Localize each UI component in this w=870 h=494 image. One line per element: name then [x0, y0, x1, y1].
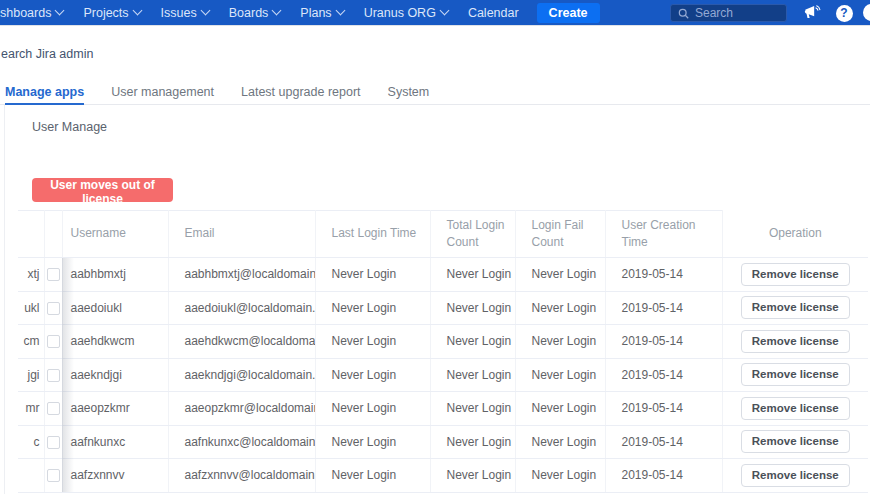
remove-license-button[interactable]: Remove license: [741, 263, 850, 286]
section-title: User Manage: [32, 120, 107, 134]
row-checkbox[interactable]: [47, 302, 60, 315]
row-checkbox[interactable]: [47, 402, 60, 415]
row-checkbox[interactable]: [47, 268, 60, 281]
username-cell: aaehdkwcm: [62, 325, 168, 359]
clipped-username-cell: ukl: [18, 291, 44, 325]
announcement-button[interactable]: [802, 4, 822, 22]
nav-boards[interactable]: Boards: [219, 0, 291, 26]
total-login-count-cell: Never Login: [430, 358, 515, 392]
user-moves-out-of-license-button[interactable]: User moves out of license: [32, 178, 173, 202]
row-checkbox[interactable]: [47, 436, 60, 449]
nav-uranus-org-label: Uranus ORG: [364, 6, 436, 20]
search-input[interactable]: [695, 6, 775, 20]
user-table: Username Email Last Login Time Total Log…: [18, 210, 868, 493]
last-login-time-cell: Never Login: [315, 358, 430, 392]
email-cell: aafnkunxc@localdomain.c...: [168, 425, 315, 459]
header-login-fail-count: Login Fail Count: [515, 211, 605, 258]
header-last-login-time: Last Login Time: [315, 211, 430, 258]
email-cell: aaehdkwcm@localdomain...: [168, 325, 315, 359]
admin-tabs: Manage apps User management Latest upgra…: [5, 84, 429, 105]
search-box[interactable]: [670, 4, 787, 22]
total-login-count-cell: Never Login: [430, 258, 515, 292]
total-login-count-cell: Never Login: [430, 459, 515, 493]
nav-calendar-label: Calendar: [468, 6, 519, 20]
nav-dashboards[interactable]: shboards: [0, 0, 73, 26]
header-total-login-count: Total Login Count: [430, 211, 515, 258]
page-title: earch Jira admin: [1, 47, 93, 61]
chevron-down-icon: [132, 6, 142, 16]
remove-license-button[interactable]: Remove license: [741, 330, 850, 353]
avatar[interactable]: [863, 4, 870, 21]
select-cell: [44, 425, 62, 459]
login-fail-count-cell: Never Login: [515, 358, 605, 392]
clipped-username-cell: [18, 459, 44, 493]
nav-calendar[interactable]: Calendar: [458, 0, 529, 26]
create-button[interactable]: Create: [537, 3, 600, 23]
header-user-creation-time: User Creation Time: [605, 211, 722, 258]
table-row: uklaaedoiuklaaedoiukl@localdomain.c...Ne…: [18, 291, 868, 325]
email-cell: aaedoiukl@localdomain.c...: [168, 291, 315, 325]
remove-license-button[interactable]: Remove license: [741, 296, 850, 319]
nav-plans[interactable]: Plans: [290, 0, 353, 26]
operation-cell: Remove license: [722, 358, 868, 392]
select-cell: [44, 459, 62, 493]
select-cell: [44, 291, 62, 325]
user-creation-time-cell: 2019-05-14: [605, 459, 722, 493]
top-navbar: shboards Projects Issues Boards Plans Ur…: [0, 0, 870, 26]
jira-admin-page: shboards Projects Issues Boards Plans Ur…: [0, 0, 870, 494]
select-cell: [44, 358, 62, 392]
email-cell: aaekndjgi@localdomain.c...: [168, 358, 315, 392]
select-cell: [44, 258, 62, 292]
remove-license-button[interactable]: Remove license: [741, 430, 850, 453]
tab-user-management[interactable]: User management: [111, 84, 214, 105]
chevron-down-icon: [272, 6, 282, 16]
login-fail-count-cell: Never Login: [515, 325, 605, 359]
nav-projects-label: Projects: [83, 6, 128, 20]
clipped-username-cell: jgi: [18, 358, 44, 392]
header-select-column: [44, 211, 62, 258]
username-cell: aaekndjgi: [62, 358, 168, 392]
header-operation: Operation: [722, 211, 868, 258]
user-creation-time-cell: 2019-05-14: [605, 325, 722, 359]
tab-latest-upgrade-report[interactable]: Latest upgrade report: [241, 84, 361, 105]
nav-uranus-org[interactable]: Uranus ORG: [354, 0, 458, 26]
total-login-count-cell: Never Login: [430, 291, 515, 325]
remove-license-button[interactable]: Remove license: [741, 464, 850, 487]
select-cell: [44, 392, 62, 426]
login-fail-count-cell: Never Login: [515, 392, 605, 426]
username-cell: aaeopzkmr: [62, 392, 168, 426]
nav-issues-label: Issues: [161, 6, 197, 20]
remove-license-button[interactable]: Remove license: [741, 363, 850, 386]
last-login-time-cell: Never Login: [315, 425, 430, 459]
tab-manage-apps[interactable]: Manage apps: [5, 84, 84, 105]
nav-dashboards-label: shboards: [0, 6, 51, 20]
select-cell: [44, 325, 62, 359]
last-login-time-cell: Never Login: [315, 291, 430, 325]
tab-system[interactable]: System: [388, 84, 430, 105]
user-table-body: xtjaabhbmxtjaabhbmxtj@localdomain.c...Ne…: [18, 258, 868, 493]
clipped-username-cell: cm: [18, 325, 44, 359]
row-checkbox[interactable]: [47, 469, 60, 482]
header-email: Email: [168, 211, 315, 258]
user-creation-time-cell: 2019-05-14: [605, 425, 722, 459]
header-username: Username: [62, 211, 168, 258]
user-creation-time-cell: 2019-05-14: [605, 291, 722, 325]
help-button[interactable]: ?: [834, 4, 854, 22]
search-icon: [678, 8, 689, 19]
table-row: xtjaabhbmxtjaabhbmxtj@localdomain.c...Ne…: [18, 258, 868, 292]
row-checkbox[interactable]: [47, 369, 60, 382]
user-creation-time-cell: 2019-05-14: [605, 358, 722, 392]
email-cell: aaeopzkmr@localdomain....: [168, 392, 315, 426]
total-login-count-cell: Never Login: [430, 425, 515, 459]
nav-issues[interactable]: Issues: [151, 0, 219, 26]
total-login-count-cell: Never Login: [430, 392, 515, 426]
operation-cell: Remove license: [722, 425, 868, 459]
chevron-down-icon: [55, 6, 65, 16]
user-creation-time-cell: 2019-05-14: [605, 392, 722, 426]
operation-cell: Remove license: [722, 325, 868, 359]
remove-license-button[interactable]: Remove license: [741, 397, 850, 420]
username-cell: aafzxnnvv: [62, 459, 168, 493]
row-checkbox[interactable]: [47, 335, 60, 348]
nav-projects[interactable]: Projects: [73, 0, 150, 26]
chevron-down-icon: [439, 6, 449, 16]
